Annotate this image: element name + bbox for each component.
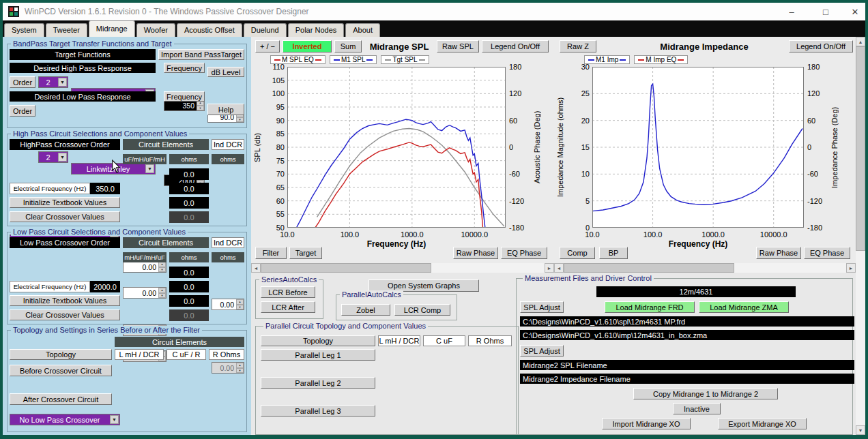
imp-legend-toggle-button[interactable]: Legend On/Off [789, 40, 853, 52]
title-bar: WinPCD Version 1.6.1 Revision 0 - The Wi… [3, 3, 865, 20]
plus-minus-button[interactable]: + / − [255, 40, 280, 52]
lcr-before-button[interactable]: LCR Before [261, 286, 315, 298]
hp-clear-values-button[interactable]: Clear Crossover Values [10, 211, 120, 222]
zobel-button[interactable]: Zobel [341, 304, 390, 316]
hp-init-textbook-button[interactable]: Initialize Textbook Values [10, 197, 120, 208]
raw-spl-button[interactable]: Raw SPL [437, 40, 479, 52]
lp-elec-freq-label: Electrical Frequency (Hz) [10, 281, 90, 292]
spl-legend: M SPL EQM1 SPLTgt SPL [270, 55, 429, 64]
parallel-col-r: R Ohms [468, 335, 512, 346]
tab-about[interactable]: About [345, 23, 380, 37]
scroll-left-icon[interactable]: ◄ [251, 263, 261, 273]
zma-path-display: C:\Designs\WinPCD_v1.610\imp\12m4631_in_… [520, 330, 854, 340]
target-button[interactable]: Target [289, 247, 322, 259]
filter-button[interactable]: Filter [255, 247, 287, 259]
tab-tweeter[interactable]: Tweeter [46, 23, 87, 37]
tick-label: 105 [263, 76, 285, 85]
inactive-button[interactable]: Inactive [673, 403, 721, 414]
maximize-button[interactable]: □ [811, 3, 841, 20]
spl-raw-phase-button[interactable]: Raw Phase [453, 247, 498, 259]
load-midrange-frd-button[interactable]: Load Midrange FRD [605, 301, 695, 313]
tick-label: 90 [263, 117, 285, 125]
tick-label: 60 [263, 197, 285, 205]
lp-elec-freq-display: 2000.0 [90, 281, 120, 292]
tab-acoustic-offset[interactable]: Acoustic Offset [177, 23, 242, 37]
lp-units-label: mH/uF/mH/uF [123, 252, 167, 262]
sum-button[interactable]: Sum [334, 40, 362, 52]
tab-woofer[interactable]: Woofer [136, 23, 175, 37]
scroll-right-icon[interactable]: ► [545, 263, 554, 273]
scrollbar-thumb[interactable] [261, 263, 431, 273]
lp-response-header: Desired Low Pass Response [10, 91, 156, 102]
series-col-topology: Topology [10, 349, 112, 360]
target-functions-button[interactable]: Target Functions [10, 49, 156, 60]
tab-system[interactable]: System [4, 23, 44, 37]
spl-horizontal-scrollbar[interactable]: ◄ ► [251, 263, 554, 273]
parallel-col-l: L mH / DCR [378, 335, 420, 346]
lcr-comp-button[interactable]: LCR Comp [394, 304, 450, 316]
winpcd-window: WinPCD Version 1.6.1 Revision 0 - The Wi… [0, 0, 868, 439]
load-midrange-zma-button[interactable]: Load Midrange ZMA [699, 301, 789, 313]
import-bandpass-target-button[interactable]: Import Band PassTarget [158, 49, 244, 60]
tick-label: -180 [807, 224, 828, 232]
legend-label: M SPL EQ [282, 56, 314, 63]
series-m1-imp [592, 84, 802, 211]
tab-polar-nodes[interactable]: Polar Nodes [288, 23, 345, 37]
midrange2-spl-filename-display: Midrange2 SPL Filename [520, 360, 854, 370]
spl-legend-toggle-button[interactable]: Legend On/Off [482, 40, 549, 52]
tick-label: 100.0 [637, 230, 669, 239]
midrange2-impedance-filename-display: Midrange2 Impedance Filename [520, 374, 854, 384]
scrollbar-thumb[interactable] [564, 263, 734, 273]
scrollbar-thumb[interactable] [856, 46, 865, 251]
help-button[interactable]: Help [207, 104, 244, 115]
import-midrange-xo-button[interactable]: Import Midrange XO [602, 418, 691, 429]
spl-y-axis-title: SPL (db) [252, 67, 262, 228]
scroll-down-icon[interactable]: ▼ [856, 425, 865, 435]
chevron-down-icon[interactable]: ▼ [58, 78, 67, 87]
db-level-button[interactable]: dB Level [207, 67, 244, 77]
parallel-autocalcs-title: ParallelAutoCalcs [340, 290, 403, 299]
imp-raw-phase-button[interactable]: Raw Phase [756, 247, 801, 259]
inverted-button[interactable]: Inverted [283, 40, 332, 52]
bp-button[interactable]: BP [599, 247, 628, 259]
close-button[interactable]: ✕ [842, 3, 868, 20]
raw-z-button[interactable]: Raw Z [560, 40, 596, 52]
imp-eq-phase-button[interactable]: EQ Phase [804, 247, 850, 259]
tab-duelund[interactable]: Duelund [244, 23, 287, 37]
series-col-c: C uF / R [167, 349, 206, 360]
spin-down-icon[interactable]: ▼ [236, 117, 244, 123]
spl-plot-area [287, 67, 506, 228]
hp-frequency-button[interactable]: Frequency [164, 63, 205, 73]
copy-midrange-button[interactable]: Copy Midrange 1 to Midrange 2 [633, 388, 778, 399]
spl-eq-phase-button[interactable]: EQ Phase [501, 247, 547, 259]
comp-button[interactable]: Comp [560, 247, 595, 259]
spin-down-icon[interactable]: ▼ [197, 106, 204, 111]
lp-ohms-label-2: ohms [212, 252, 244, 262]
hp-units-label: uF/mH/uF/mH [123, 154, 167, 164]
lp-clear-values-button[interactable]: Clear Crossover Values [10, 309, 120, 320]
parallel-col-topology: Topology [261, 335, 375, 346]
hp-response-header: Desired High Pass Response [10, 63, 156, 73]
hp-order-select[interactable]: 2▼ [38, 76, 68, 88]
scroll-left-icon[interactable]: ◄ [554, 263, 564, 273]
spl-chart-title: Midrange SPL [364, 42, 435, 52]
minimize-button[interactable]: – [777, 3, 807, 20]
spl-adjust-label-2: SPL Adjust [520, 345, 564, 357]
hp-elec-freq-display: 350.0 [90, 183, 120, 194]
lcr-after-button[interactable]: LCR After [261, 301, 315, 313]
lp-frequency-button[interactable]: Frequency [164, 91, 205, 102]
vertical-scrollbar[interactable]: ▲ ▼ [856, 37, 865, 435]
scroll-up-icon[interactable]: ▲ [856, 37, 865, 46]
lp-init-textbook-button[interactable]: Initialize Textbook Values [10, 295, 120, 306]
series-autocalcs-group [255, 279, 323, 319]
scroll-right-icon[interactable]: ► [846, 263, 856, 273]
imp-horizontal-scrollbar[interactable]: ◄ ► [554, 263, 856, 273]
tick-label: 10000.0 [757, 230, 790, 239]
imp-x-axis-title: Frequency (Hz) [657, 239, 739, 249]
tick-label: 10 [569, 170, 590, 178]
mouse-cursor [111, 160, 121, 173]
tick-label: 60 [509, 117, 530, 125]
tab-midrange[interactable]: Midrange [89, 20, 135, 37]
tick-label: 1000.0 [396, 230, 429, 239]
export-midrange-xo-button[interactable]: Export Midrange XO [718, 418, 807, 429]
